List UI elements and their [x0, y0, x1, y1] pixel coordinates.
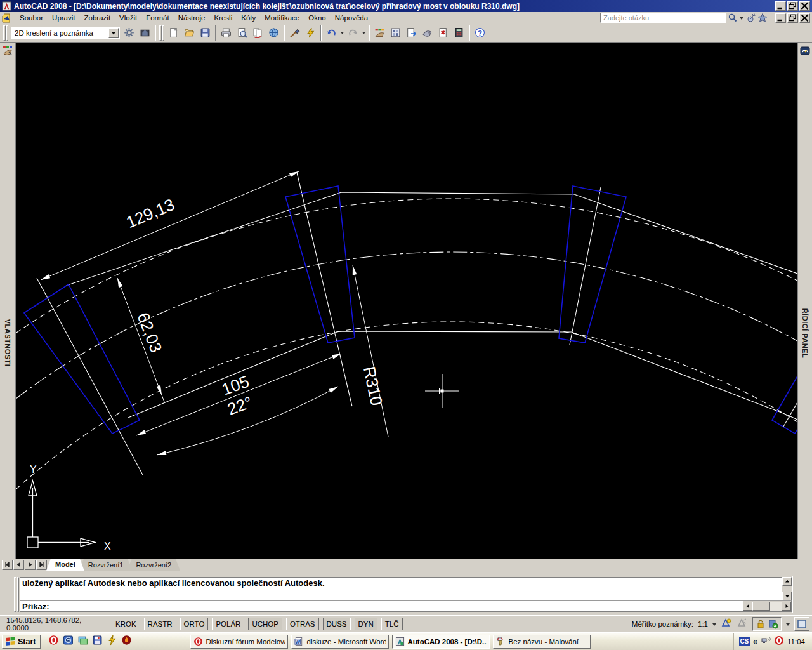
task-button-3[interactable]: Bez názvu - Malování	[493, 635, 591, 649]
tab-last-button[interactable]	[36, 560, 47, 570]
command-hscrollbar[interactable]	[743, 601, 791, 611]
mode-rastr[interactable]: RASTR	[144, 618, 176, 630]
palette-button[interactable]	[388, 25, 403, 41]
preview-button[interactable]	[234, 25, 250, 41]
menu-item-2[interactable]: Zobrazit	[80, 13, 115, 23]
mode-orto[interactable]: ORTO	[180, 618, 209, 630]
mode-tlč[interactable]: TLČ	[381, 618, 403, 630]
my-workspace-button[interactable]	[137, 25, 153, 41]
communication-center-icon[interactable]	[745, 13, 756, 23]
toolbar-lock-group[interactable]	[752, 617, 782, 631]
props-button[interactable]	[403, 25, 419, 41]
new-button[interactable]	[166, 25, 181, 41]
open-button[interactable]	[181, 25, 197, 41]
mode-polár[interactable]: POLÁR	[212, 618, 244, 630]
undo-button[interactable]	[324, 25, 339, 41]
menu-item-5[interactable]: Nástroje	[174, 13, 210, 23]
language-indicator[interactable]: CS	[739, 637, 750, 646]
mode-dyn[interactable]: DYN	[355, 618, 377, 630]
quicklaunch-lightning2-icon[interactable]	[107, 635, 117, 648]
menu-item-9[interactable]: Okno	[304, 13, 331, 23]
publish-button[interactable]	[250, 25, 266, 41]
properties-palette-bar[interactable]: VLASTNOSTI	[0, 43, 16, 559]
tab-next-button[interactable]	[25, 560, 36, 570]
annotation-scale-dropdown-icon[interactable]	[712, 623, 716, 628]
minimize-button[interactable]	[775, 1, 786, 11]
menu-item-4[interactable]: Formát	[141, 13, 173, 23]
tab-first-button[interactable]	[2, 560, 13, 570]
mode-duss[interactable]: DUSS	[323, 618, 351, 630]
command-vscrollbar[interactable]	[782, 577, 792, 600]
plot-button[interactable]	[218, 25, 234, 41]
lightning-button[interactable]	[303, 25, 318, 41]
save-button[interactable]	[197, 25, 213, 41]
status-menu-dropdown-icon[interactable]	[786, 623, 790, 628]
sheetset-button[interactable]	[372, 25, 388, 41]
render-button[interactable]	[419, 25, 435, 41]
quicklaunch-desktop-icon[interactable]	[77, 635, 88, 648]
workspace-settings-button[interactable]	[121, 25, 137, 41]
redo-button[interactable]	[345, 25, 361, 41]
clock[interactable]: 11:04	[787, 638, 805, 646]
menu-item-8[interactable]: Modifikace	[260, 13, 304, 23]
menu-item-1[interactable]: Upravit	[48, 13, 79, 23]
restore-button[interactable]	[787, 1, 798, 11]
tab-rozvržení2[interactable]: Rozvržení2	[127, 559, 180, 571]
favorites-star-icon[interactable]	[757, 13, 768, 23]
tab-rozvržení1[interactable]: Rozvržení1	[79, 559, 133, 571]
mode-krok[interactable]: KROK	[112, 618, 140, 630]
toolbar-grip[interactable]	[3, 25, 8, 41]
quicklaunch-floppy-icon[interactable]	[92, 635, 103, 648]
tab-model[interactable]: Model	[46, 559, 84, 571]
properties-palette-icon[interactable]	[3, 46, 13, 58]
help-button[interactable]: ?	[472, 25, 488, 41]
mode-uchop[interactable]: UCHOP	[248, 618, 282, 630]
annotation-scale-value[interactable]: 1:1	[698, 620, 708, 628]
track-edge-arc-lower	[16, 322, 797, 489]
network-tray-icon[interactable]	[761, 635, 771, 648]
menu-item-3[interactable]: Vložit	[115, 13, 141, 23]
dashboard-palette-bar[interactable]: ŘÍDICÍ PANEL	[797, 43, 812, 559]
close-button[interactable]	[799, 1, 810, 11]
menu-item-6[interactable]: Kresli	[209, 13, 237, 23]
annotation-autoscale-icon[interactable]	[737, 617, 748, 631]
dashboard-palette-icon[interactable]	[800, 46, 810, 58]
mdi-minimize-button[interactable]	[775, 13, 786, 23]
calc-button[interactable]	[451, 25, 467, 41]
command-window-grip[interactable]	[14, 577, 19, 612]
menu-item-7[interactable]: Kóty	[237, 13, 260, 23]
quicklaunch-opera-icon[interactable]	[48, 635, 59, 648]
command-input-line[interactable]: Příkaz:	[20, 600, 792, 612]
dwf-button[interactable]	[266, 25, 282, 41]
redo-dropdown-icon[interactable]	[361, 25, 367, 41]
mode-otras[interactable]: OTRAS	[286, 618, 319, 630]
search-icon[interactable]	[728, 13, 738, 23]
command-history[interactable]: uložený aplikací Autodesk nebo aplikací …	[20, 577, 782, 600]
annotation-visibility-icon[interactable]	[721, 617, 732, 631]
tab-prev-button[interactable]	[13, 560, 24, 570]
workspace-combobox[interactable]: 2D kreslení a poznámka	[11, 27, 120, 39]
tray-collapse-icon[interactable]: «	[753, 637, 757, 646]
quicklaunch-mail-icon[interactable]	[63, 635, 74, 648]
task-button-1[interactable]: Wdiskuze - Microsoft Word	[291, 635, 389, 649]
search-dropdown-icon[interactable]	[740, 17, 743, 22]
undo-dropdown-icon[interactable]	[339, 25, 345, 41]
opera-tray-icon[interactable]	[774, 635, 784, 648]
question-search-input[interactable]: Zadejte otázku	[600, 13, 726, 23]
quicklaunch-fire-icon[interactable]	[121, 635, 132, 648]
match-button[interactable]	[287, 25, 303, 41]
menu-item-0[interactable]: Soubor	[15, 13, 48, 23]
mdi-close-button[interactable]	[799, 13, 810, 23]
workspace-dropdown-icon[interactable]	[108, 28, 119, 38]
start-button[interactable]: Start	[2, 635, 41, 649]
task-button-0[interactable]: Diskuzní fórum Modelová...	[190, 635, 288, 649]
xdoc-button[interactable]	[435, 25, 451, 41]
dimensions[interactable]	[41, 171, 388, 455]
menu-item-10[interactable]: Nápověda	[331, 13, 372, 23]
drawing-canvas[interactable]: 129,13 62,03 105 22° R310	[16, 43, 797, 559]
mdi-restore-button[interactable]	[787, 13, 798, 23]
toolbar-grip-2[interactable]	[159, 25, 164, 41]
clean-screen-button[interactable]	[794, 617, 809, 631]
task-button-2[interactable]: AutoCAD 2008 - [D:\D...	[392, 635, 490, 649]
coordinates-display[interactable]: 1545.8126, 1468.6782, 0.0000	[3, 618, 91, 630]
